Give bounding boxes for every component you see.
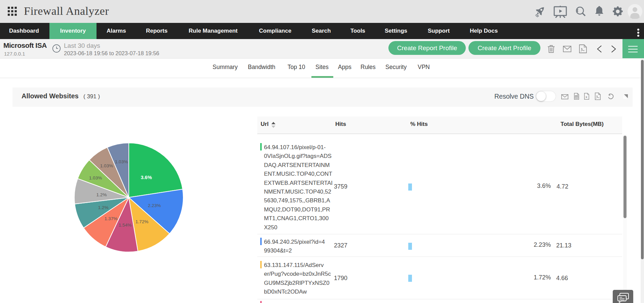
svg-text:1.72%: 1.72% xyxy=(136,219,148,224)
svg-text:1.54%: 1.54% xyxy=(119,223,131,228)
svg-text:1.03%: 1.03% xyxy=(115,159,128,164)
svg-text:2.23%: 2.23% xyxy=(148,203,161,208)
svg-text:1.2%: 1.2% xyxy=(98,205,109,210)
svg-text:3.6%: 3.6% xyxy=(141,175,152,180)
svg-text:1.37%: 1.37% xyxy=(105,216,117,221)
svg-text:x: x xyxy=(585,95,587,99)
svg-text:1.2%: 1.2% xyxy=(97,192,107,197)
svg-text:1.03%: 1.03% xyxy=(100,163,113,168)
svg-text:1.03%: 1.03% xyxy=(89,175,102,180)
